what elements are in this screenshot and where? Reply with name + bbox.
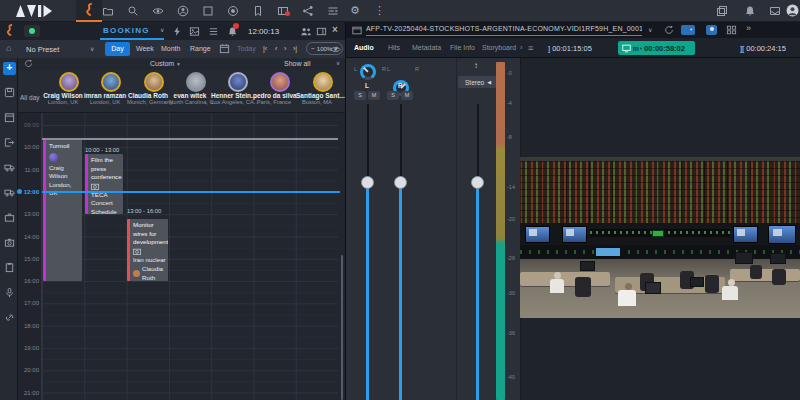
tab-file-info[interactable]: File Info [450,44,475,51]
mediacentral-app-icon[interactable] [76,0,102,22]
tab-storyboard[interactable]: Storyboard [482,44,516,51]
camera-icon[interactable] [4,237,15,248]
history-icon[interactable] [664,25,674,35]
mic-icon[interactable] [4,287,15,298]
today-button[interactable]: Today [237,45,256,52]
mark-in-timecode: 00:01:15:05 [552,44,592,53]
refresh-icon[interactable] [24,59,33,68]
layers-icon[interactable] [716,5,728,17]
add-button[interactable]: + [3,62,16,75]
preset-dropdown[interactable]: No Preset ∨ [22,42,100,56]
event-film-press-conference[interactable]: Film the press conference TECA Concert S… [85,154,123,214]
truck-icon[interactable] [4,162,15,173]
browse-eye-icon[interactable] [152,5,164,17]
share-icon[interactable] [302,5,314,17]
clipboard-icon[interactable] [4,262,15,273]
truck-routes-icon[interactable] [4,187,15,198]
alerts-bell-icon[interactable] [227,26,238,37]
close-panel-icon[interactable]: × [332,25,338,35]
storyboard-grid-icon[interactable] [726,25,737,35]
asset-title-field[interactable]: AFP-TV-20250404-STOCKSHOTS-ARGENTINA-ECO… [366,25,642,36]
visibility-eye-icon[interactable] [330,44,341,55]
solo-button-channel-2[interactable]: S [387,91,399,100]
video-frame[interactable] [520,157,800,318]
volume-fader-channel-1[interactable] [361,104,374,400]
calendar-icon[interactable] [219,43,230,54]
mute-button-channel-2[interactable]: M [401,91,413,100]
presenter-icon[interactable] [706,25,717,35]
mute-button-channel-1[interactable]: M [368,91,380,100]
filter-custom-dropdown[interactable]: Custom ▼ [150,60,181,67]
hour-label: 15:00 [18,256,39,262]
calendar-scrollbar[interactable] [341,255,343,400]
export-icon[interactable] [4,137,15,148]
person-column-header[interactable]: Henner Stein... Los Angeles, CA... [222,72,253,105]
tab-hits[interactable]: Hits [388,44,400,51]
view-day-button[interactable]: Day [105,42,130,56]
person-column-header[interactable]: Claudia Roth Munich, Germany [138,72,169,105]
person-location: Los Angeles, CA... [211,99,253,105]
tab-booking[interactable]: BOOKING [103,26,150,35]
search-icon[interactable] [127,5,139,17]
folder-icon[interactable] [102,5,114,17]
user-avatar[interactable] [786,4,799,17]
settings-gear-icon[interactable]: ⚙ [350,5,360,16]
show-all-chevron-icon[interactable]: ∨ [336,61,340,67]
view-month-button[interactable]: Month [161,45,180,52]
view-range-button[interactable]: Range [190,45,211,52]
contacts-icon[interactable] [177,5,189,17]
panel-layout-icon[interactable] [316,26,327,37]
schedule-icon[interactable] [4,112,15,123]
nav-prev-button[interactable]: ‹ [275,45,277,52]
fader-handle[interactable] [394,176,407,189]
tab-chevron-down-icon[interactable]: ∨ [160,27,164,33]
output-monitor-icon[interactable]: ▾ [681,25,695,35]
image-view-icon[interactable] [189,26,200,37]
tab-audio[interactable]: Audio [354,44,374,51]
queue-icon[interactable] [327,5,339,17]
person-column-header[interactable]: imran ramzan London, UK [95,72,126,105]
stereo-mode-button[interactable]: Stereo ◀ [458,76,498,88]
person-column-header[interactable]: Santiago Sant... Boston, MA [307,72,338,105]
pan-knob-channel-1[interactable] [360,64,376,80]
zoom-out-icon[interactable]: − [311,45,315,52]
volume-fader-master[interactable] [471,104,484,400]
list-view-icon[interactable] [208,26,219,37]
volume-fader-channel-2[interactable] [394,104,407,400]
save-icon[interactable] [4,87,15,98]
tab-scroll-arrow-icon[interactable]: › [520,44,522,51]
link-icon[interactable] [4,312,15,323]
fader-handle[interactable] [471,176,484,189]
person-column-header[interactable]: evan witek North Carolina, U... [180,72,211,105]
nav-next-button[interactable]: › [284,45,286,52]
person-column-header[interactable]: Craig Wilson London, UK [53,72,84,105]
bookmark-icon[interactable] [252,5,264,17]
solo-button-channel-1[interactable]: S [354,91,366,100]
home-icon[interactable]: ⌂ [6,44,11,53]
event-monitor-wires[interactable]: Monitor wires for developments Iran nucl… [127,219,168,281]
nav-first-button[interactable]: |‹ [263,45,267,52]
show-all-dropdown[interactable]: Show all [284,60,310,67]
tab-menu-icon[interactable]: ≡ [528,43,533,53]
kebab-menu-icon[interactable]: ⋮ [374,5,385,16]
quick-actions-lightning-icon[interactable] [172,26,182,37]
fader-handle[interactable] [361,176,374,189]
status-indicator-button[interactable] [24,25,40,37]
people-icon[interactable] [300,26,312,37]
nav-last-button[interactable]: ›| [293,45,297,52]
frame-icon[interactable] [202,5,214,17]
view-week-button[interactable]: Week [136,45,154,52]
title-chevron-icon[interactable]: ∨ [648,27,652,33]
event-turmoil[interactable]: Turmoil Craig Wilson London, UK [43,140,82,281]
expand-panel-icon[interactable]: » [746,24,751,33]
media-icon[interactable] [277,5,289,17]
tab-metadata[interactable]: Metadata [412,44,441,51]
notifications-bell-icon[interactable] [744,5,756,17]
inbox-icon[interactable] [769,5,781,17]
position-timecode-box[interactable]: m ▾ 00:00:58:02 [618,41,695,55]
briefcase-icon[interactable] [4,212,15,223]
record-icon[interactable] [227,5,239,17]
person-column-header[interactable]: pedro da silva Paris, France [264,72,295,105]
trader-figure [728,279,735,286]
pan-updown-icon[interactable]: ↕ [474,61,478,70]
